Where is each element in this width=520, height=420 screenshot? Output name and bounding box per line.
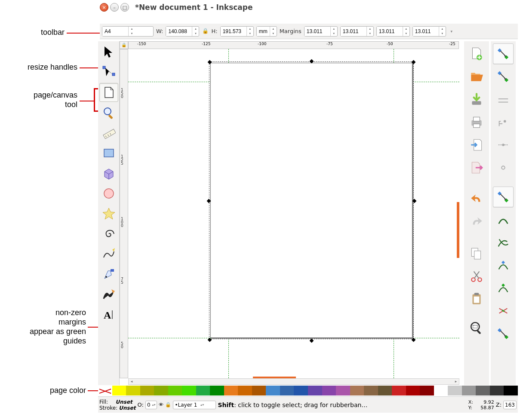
color-swatch[interactable] (224, 386, 238, 395)
snap-intersection[interactable] (493, 232, 514, 253)
snap-path[interactable] (493, 209, 514, 230)
color-swatch[interactable] (126, 386, 140, 395)
color-swatch[interactable] (182, 386, 196, 395)
open-document-button[interactable] (466, 66, 487, 87)
layer-lock-icon[interactable]: 🔒 (165, 402, 171, 408)
node-tool[interactable] (99, 63, 118, 82)
color-swatch[interactable] (196, 386, 210, 395)
window-maximize-button[interactable]: □ (120, 3, 129, 12)
print-button[interactable] (466, 112, 487, 132)
snap-bbox[interactable] (493, 66, 514, 87)
spiral-tool[interactable] (99, 224, 118, 243)
color-swatch[interactable] (210, 386, 224, 395)
color-swatch[interactable] (490, 386, 504, 395)
color-swatch[interactable] (308, 386, 322, 395)
page-preset-combo[interactable]: ▴▾ (102, 26, 154, 37)
new-document-button[interactable] (466, 43, 487, 64)
box3d-tool[interactable] (99, 164, 118, 183)
margin-left-input[interactable]: ▴▾ (412, 26, 446, 37)
page-tool[interactable] (99, 83, 118, 102)
color-swatch[interactable] (238, 386, 252, 395)
color-swatch[interactable] (266, 386, 280, 395)
color-swatch[interactable] (364, 386, 378, 395)
opacity-input[interactable]: 0 ▴▾ (145, 401, 157, 409)
ruler-origin-lock[interactable]: 🔒 (120, 41, 128, 49)
snap-nodes[interactable] (493, 187, 514, 207)
color-swatch[interactable] (140, 386, 154, 395)
color-swatch[interactable] (154, 386, 168, 395)
unit-combo[interactable]: ▴▾ (256, 26, 277, 37)
margin-right-input[interactable]: ▴▾ (340, 26, 374, 37)
color-swatch[interactable] (378, 386, 392, 395)
star-tool[interactable] (99, 204, 118, 223)
resize-handle-s[interactable] (310, 339, 314, 343)
snap-cusp-node[interactable] (493, 255, 514, 276)
pen-tool[interactable] (99, 265, 118, 284)
color-swatch[interactable] (112, 386, 126, 395)
copy-button[interactable] (466, 243, 487, 264)
calligraphy-tool[interactable] (99, 285, 118, 304)
preset-stepper[interactable]: ▴▾ (128, 27, 135, 36)
canvas[interactable] (128, 49, 459, 378)
width-input[interactable]: ▴▾ (166, 26, 199, 37)
snap-bbox-corner[interactable] (493, 112, 514, 132)
height-input[interactable]: ▴▾ (220, 26, 254, 37)
snap-bbox-edge[interactable] (493, 89, 514, 110)
height-field[interactable] (221, 27, 246, 36)
selector-tool[interactable] (99, 43, 118, 61)
color-swatch[interactable] (168, 386, 182, 395)
color-swatch[interactable] (252, 386, 266, 395)
unit-field[interactable] (257, 27, 270, 36)
color-swatch[interactable] (350, 386, 364, 395)
swatch-none[interactable] (98, 386, 112, 395)
color-swatch[interactable] (476, 386, 490, 395)
page-preset-input[interactable] (102, 27, 128, 36)
scroll-right-arrow[interactable]: ▸ (453, 379, 459, 384)
color-swatch[interactable] (294, 386, 308, 395)
color-swatch[interactable] (504, 386, 518, 395)
color-swatch[interactable] (434, 386, 448, 395)
width-field[interactable] (166, 27, 192, 36)
toolbar-overflow-icon[interactable]: ▾ (449, 29, 455, 34)
color-swatch[interactable] (322, 386, 336, 395)
snap-toggle[interactable] (493, 43, 514, 64)
resize-handle-se[interactable] (412, 338, 416, 342)
zoom-input[interactable]: 163 (503, 401, 517, 409)
scroll-left-arrow[interactable]: ◂ (129, 379, 135, 384)
fill-stroke-indicator[interactable]: Fill: Unset Stroke:Unset (99, 399, 136, 411)
color-swatch[interactable] (420, 386, 434, 395)
paste-button[interactable] (466, 288, 487, 309)
color-swatch[interactable] (280, 386, 294, 395)
snap-bbox-center[interactable] (493, 157, 514, 178)
layer-selector[interactable]: •Layer 1 ▴▾ (173, 401, 216, 409)
snap-object-center[interactable] (493, 323, 514, 344)
vertical-ruler[interactable]: 150 125 100 75 50 (120, 49, 128, 378)
measure-tool[interactable] (99, 123, 118, 142)
redo-button[interactable] (466, 212, 487, 232)
rectangle-tool[interactable] (99, 144, 118, 162)
margin-bottom-input[interactable]: ▴▾ (376, 26, 410, 37)
margin-top-input[interactable]: ▴▾ (304, 26, 338, 37)
window-minimize-button[interactable]: – (110, 3, 119, 12)
zoom-selection-button[interactable] (466, 318, 487, 338)
zoom-tool[interactable] (99, 103, 118, 122)
color-swatch[interactable] (406, 386, 420, 395)
cut-button[interactable] (466, 266, 487, 286)
text-tool[interactable]: A (99, 305, 118, 324)
lock-aspect-icon[interactable]: 🔒 (202, 28, 209, 35)
export-button[interactable] (466, 157, 487, 178)
color-swatch[interactable] (448, 386, 462, 395)
color-swatch[interactable] (392, 386, 406, 395)
import-button[interactable] (466, 135, 487, 155)
snap-bbox-midpoint[interactable] (493, 135, 514, 155)
undo-button[interactable] (466, 189, 487, 209)
horizontal-ruler[interactable]: -150 -125 -100 -75 -50 -25 (128, 41, 459, 49)
horizontal-scrollbar[interactable]: ◂ ▸ (128, 378, 459, 385)
circle-tool[interactable] (99, 184, 118, 203)
snap-line-midpoint[interactable] (493, 300, 514, 321)
save-button[interactable] (466, 89, 487, 110)
window-close-button[interactable]: × (100, 3, 108, 12)
color-swatch[interactable] (336, 386, 350, 395)
pencil-tool[interactable] (99, 245, 118, 264)
snap-smooth-node[interactable] (493, 278, 514, 298)
